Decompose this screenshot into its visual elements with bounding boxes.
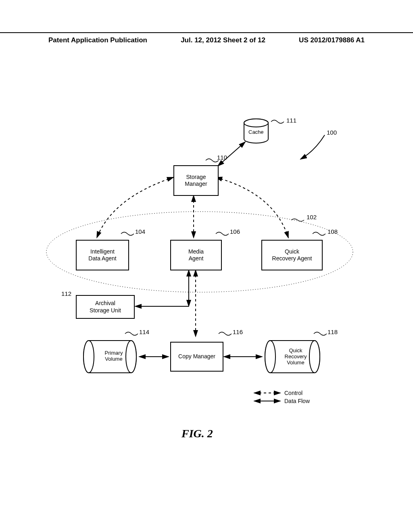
legend-data-flow: Data Flow bbox=[284, 398, 310, 404]
storage-manager-label: StorageManager bbox=[185, 174, 207, 188]
figure-label: FIG. 2 bbox=[181, 427, 213, 440]
svg-point-2 bbox=[244, 119, 268, 127]
qr-volume-label: QuickRecoveryVolume bbox=[277, 347, 314, 366]
quick-recovery-agent-box: QuickRecovery Agent bbox=[261, 240, 323, 270]
qra-label: QuickRecovery Agent bbox=[272, 248, 312, 262]
ref-112: 112 bbox=[61, 290, 71, 297]
ref-116: 116 bbox=[233, 328, 243, 335]
cache-label: Cache bbox=[248, 129, 264, 135]
ref-110: 110 bbox=[217, 154, 227, 161]
ref-104: 104 bbox=[135, 228, 145, 235]
header-right: US 2012/0179886 A1 bbox=[299, 36, 365, 44]
header-mid: Jul. 12, 2012 Sheet 2 of 12 bbox=[181, 36, 265, 44]
svg-point-9 bbox=[83, 341, 94, 373]
ref-106: 106 bbox=[230, 228, 240, 235]
copy-manager-label: Copy Manager bbox=[178, 353, 215, 360]
copy-manager-box: Copy Manager bbox=[170, 342, 223, 372]
header-left: Patent Application Publication bbox=[48, 36, 147, 44]
archival-storage-box: ArchivalStorage Unit bbox=[76, 295, 135, 319]
ref-118: 118 bbox=[327, 328, 338, 335]
media-agent-box: MediaAgent bbox=[170, 240, 222, 270]
ida-label: IntelligentData Agent bbox=[88, 248, 116, 262]
ref-114: 114 bbox=[139, 328, 149, 335]
page-header: Patent Application Publication Jul. 12, … bbox=[0, 32, 413, 44]
ref-102: 102 bbox=[307, 214, 317, 220]
svg-point-11 bbox=[265, 341, 275, 373]
figure-area: StorageManager Cache IntelligentData Age… bbox=[56, 109, 355, 423]
archival-label: ArchivalStorage Unit bbox=[90, 300, 121, 314]
legend-control: Control bbox=[284, 390, 302, 396]
intelligent-data-agent-box: IntelligentData Agent bbox=[76, 240, 129, 270]
ref-108: 108 bbox=[327, 228, 338, 235]
primary-volume-label: PrimaryVolume bbox=[98, 350, 130, 362]
ref-100: 100 bbox=[327, 129, 337, 136]
media-agent-label: MediaAgent bbox=[188, 248, 204, 262]
ref-111: 111 bbox=[286, 117, 296, 124]
storage-manager-box: StorageManager bbox=[173, 165, 219, 196]
